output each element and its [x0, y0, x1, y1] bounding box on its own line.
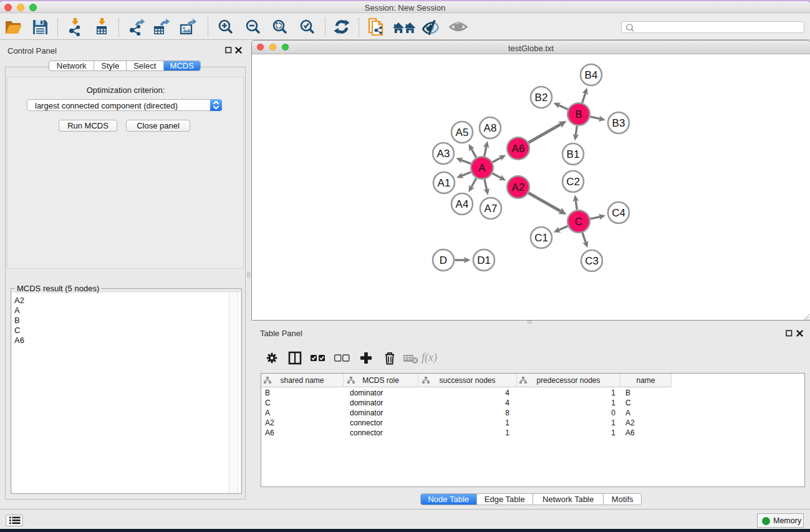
svg-text:A6: A6	[511, 143, 524, 155]
svg-text:f(x): f(x)	[422, 351, 437, 364]
svg-text:B3: B3	[612, 117, 625, 129]
svg-text:A3: A3	[436, 148, 450, 160]
svg-text:C4: C4	[612, 207, 625, 219]
svg-text:A8: A8	[483, 122, 496, 134]
svg-text:A7: A7	[484, 203, 497, 215]
svg-text:A2: A2	[511, 181, 524, 193]
svg-text:B: B	[575, 109, 582, 120]
svg-text:A1: A1	[437, 177, 450, 189]
svg-text:A5: A5	[455, 127, 468, 138]
svg-text:A4: A4	[455, 198, 468, 210]
svg-text:C2: C2	[566, 176, 580, 188]
svg-text:C3: C3	[585, 255, 599, 267]
svg-text:D: D	[439, 254, 446, 266]
svg-text:C1: C1	[534, 232, 548, 244]
svg-text:D1: D1	[477, 254, 491, 266]
svg-text:C: C	[574, 216, 582, 228]
svg-text:B1: B1	[566, 148, 579, 160]
svg-text:A: A	[478, 162, 486, 174]
svg-text:B4: B4	[584, 69, 597, 81]
svg-text:B2: B2	[534, 92, 547, 104]
